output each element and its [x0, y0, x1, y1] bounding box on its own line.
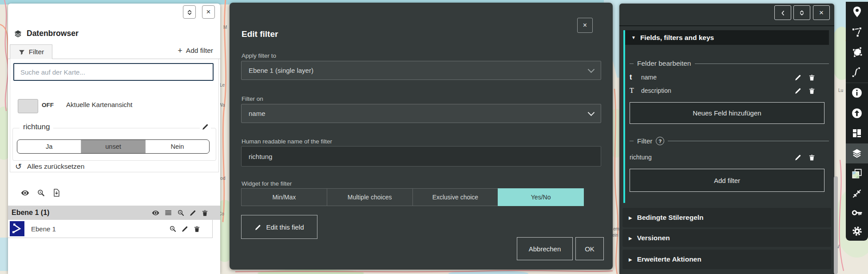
map-label: ein — [612, 233, 618, 238]
layer-symbol-swatch — [10, 221, 24, 236]
export-file-icon[interactable] — [52, 188, 61, 198]
filter-on-value: name — [249, 110, 266, 117]
group-eye-icon[interactable] — [151, 208, 160, 217]
polyline-icon — [851, 26, 863, 38]
cancel-button[interactable]: Abbrechen — [517, 237, 573, 260]
change-tilelayer-button[interactable] — [846, 163, 868, 183]
current-view-toggle[interactable] — [18, 99, 38, 113]
draw-curve-button[interactable] — [846, 62, 868, 82]
reset-all-button[interactable]: ↺ Alles zurücksetzen — [15, 162, 84, 171]
field-edit-pencil-icon[interactable] — [794, 87, 802, 95]
center-map-button[interactable] — [846, 184, 868, 204]
permissions-button[interactable] — [846, 204, 868, 221]
filter-edit-pencil-icon[interactable] — [794, 153, 802, 161]
resize-updown-icon — [798, 9, 805, 17]
zoom-to-extent-icon[interactable] — [36, 188, 45, 198]
tab-filter-label: Filter — [29, 48, 44, 56]
fields-legend: Felder bearbeiten — [630, 60, 829, 68]
layer-name: Ebene 1 — [31, 225, 169, 233]
field-delete-trash-icon[interactable] — [808, 73, 816, 81]
search-input[interactable] — [13, 63, 214, 81]
layer-row[interactable]: Ebene 1 — [8, 220, 213, 238]
section-conditional-style-rules[interactable]: ▶ Bedingte Stileregeln — [622, 208, 831, 227]
import-data-button[interactable] — [846, 103, 868, 123]
scrollbar[interactable] — [834, 176, 838, 274]
filter-name: richtung — [630, 154, 794, 161]
map-settings-button[interactable] — [846, 222, 868, 241]
manage-layers-button[interactable] — [846, 143, 868, 163]
ok-button[interactable]: OK — [575, 237, 604, 260]
readable-name-input[interactable] — [241, 146, 601, 167]
collapse-arrows-icon — [852, 188, 862, 199]
field-row-name: t name — [630, 71, 824, 83]
chevron-down-icon — [588, 109, 595, 116]
panel-resize-button[interactable] — [793, 5, 810, 20]
group-table-icon[interactable] — [164, 209, 172, 217]
widget-yes-no[interactable]: Yes/No — [498, 188, 584, 206]
panel-back-button[interactable] — [774, 5, 791, 20]
help-icon[interactable]: ? — [656, 137, 664, 145]
marker-pin-icon — [851, 6, 863, 18]
map-label: em — [613, 226, 619, 231]
add-field-button[interactable]: Neues Feld hinzufügen — [630, 102, 824, 124]
map-label: M — [223, 25, 227, 30]
filter-on-select[interactable]: name — [241, 104, 601, 123]
fields-legend-label: Felder bearbeiten — [637, 60, 691, 68]
panel-close-button[interactable]: × — [202, 5, 215, 19]
widget-minmax[interactable]: Min/Max — [241, 188, 327, 206]
section-fields-filters-keys[interactable]: ▼ Fields, filters and keys — [625, 30, 829, 45]
tab-filter[interactable]: Filter — [10, 44, 52, 59]
filter-legend: Filter ? — [630, 137, 829, 145]
section-advanced-actions[interactable]: ▶ Erweiterte Aktionen — [622, 250, 831, 269]
row-delete-trash-icon[interactable] — [193, 225, 201, 233]
upload-icon — [851, 107, 863, 119]
widget-multiple-choices[interactable]: Multiple choices — [327, 188, 412, 206]
field-type-icon: t — [630, 73, 641, 81]
reset-all-label: Alles zurücksetzen — [27, 163, 84, 171]
filter-on-label: Filter on — [242, 95, 263, 102]
edit-this-field-button[interactable]: Edit this field — [241, 215, 317, 239]
layers-icon — [851, 148, 863, 159]
section-versions[interactable]: ▶ Versionen — [622, 229, 831, 247]
widget-label: Widget for the filter — [242, 180, 292, 187]
row-zoom-icon[interactable] — [169, 225, 177, 233]
group-edit-pencil-icon[interactable] — [189, 209, 197, 217]
draw-polygon-button[interactable] — [846, 42, 868, 62]
field-edit-pencil-icon[interactable] — [794, 73, 802, 81]
visibility-eye-icon[interactable] — [20, 188, 30, 198]
add-filter-button[interactable]: + Add filter — [178, 47, 213, 55]
panel-close-button[interactable]: × — [813, 5, 830, 20]
widget-exclusive-choice[interactable]: Exclusive choice — [412, 188, 498, 206]
panel-title-row: Datenbrowser — [13, 29, 79, 39]
map-info-button[interactable] — [846, 83, 868, 103]
field-delete-trash-icon[interactable] — [808, 87, 816, 95]
plus-icon: + — [178, 47, 182, 55]
draw-marker-button[interactable] — [846, 2, 868, 22]
layer-group-header[interactable]: Ebene 1 (1) — [8, 206, 220, 220]
row-edit-pencil-icon[interactable] — [181, 225, 189, 233]
group-delete-trash-icon[interactable] — [201, 209, 209, 217]
chevron-down-icon — [588, 66, 595, 73]
segment-nein[interactable]: Nein — [146, 140, 209, 153]
widget-segmented-control: Min/Max Multiple choices Exclusive choic… — [241, 188, 584, 206]
filter-row-richtung: richtung — [630, 151, 824, 163]
undo-icon: ↺ — [15, 162, 22, 171]
field-type-icon: T — [630, 87, 641, 95]
draw-polyline-button[interactable] — [846, 22, 868, 42]
map-layout-button[interactable] — [846, 123, 868, 143]
dialog-close-button[interactable]: × — [577, 18, 593, 33]
triangle-down-icon: ▼ — [631, 35, 636, 40]
group-zoom-icon[interactable] — [177, 209, 185, 217]
curve-icon — [851, 66, 863, 78]
info-icon — [851, 87, 863, 99]
segment-unset[interactable]: unset — [81, 140, 145, 153]
filter-delete-trash-icon[interactable] — [808, 153, 816, 161]
toggle-state-label: OFF — [42, 102, 54, 108]
add-filter-label: Add filter — [186, 47, 213, 55]
edit-filter-pencil-icon[interactable] — [200, 123, 211, 131]
add-filter-button[interactable]: Add filter — [630, 169, 824, 192]
panel-resize-button[interactable] — [183, 5, 196, 19]
segment-ja[interactable]: Ja — [17, 140, 81, 153]
apply-filter-select[interactable]: Ebene 1 (single layer) — [241, 61, 601, 80]
layer-group-title: Ebene 1 (1) — [12, 209, 151, 217]
